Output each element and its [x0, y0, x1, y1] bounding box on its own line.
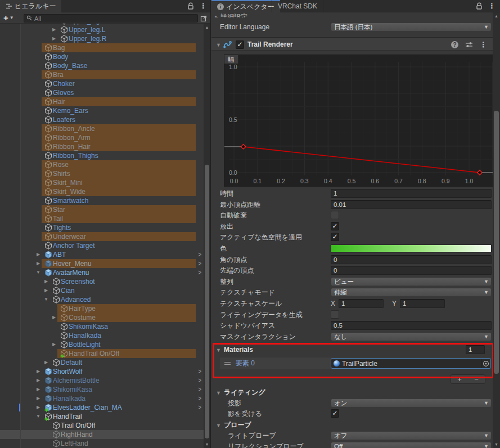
- foldout-arrow-icon[interactable]: ▼: [43, 296, 49, 304]
- foldout-arrow-icon[interactable]: ▶: [35, 251, 42, 259]
- property-checkbox[interactable]: [331, 211, 339, 219]
- trail-renderer-header[interactable]: ▼ ✓ Trail Renderer ? ⋮: [211, 38, 493, 51]
- hierarchy-row[interactable]: ▼Advanced: [0, 295, 204, 304]
- hierarchy-row[interactable]: Tights: [0, 223, 204, 232]
- hierarchy-row[interactable]: Bra: [0, 70, 204, 79]
- property-field[interactable]: 0.5: [331, 321, 492, 330]
- tab-vrchat-sdk[interactable]: VRChat SDK: [272, 0, 323, 12]
- foldout-arrow-icon[interactable]: ▼: [216, 390, 221, 396]
- hierarchy-row[interactable]: Skirt_Mini: [0, 178, 204, 187]
- inspector-menu-icon[interactable]: ⋮: [488, 2, 496, 10]
- hierarchy-row[interactable]: Gloves: [0, 88, 204, 97]
- hierarchy-row[interactable]: Bag: [0, 43, 204, 52]
- hierarchy-menu-icon[interactable]: ⋮: [200, 2, 207, 10]
- property-field[interactable]: 0: [331, 266, 492, 275]
- hierarchy-row[interactable]: HanaIkada: [0, 331, 204, 340]
- property-dropdown[interactable]: なし▼: [331, 332, 492, 341]
- materials-header[interactable]: ▼ Materials 1: [211, 345, 493, 355]
- hierarchy-row[interactable]: Ribbon_Thighs: [0, 151, 204, 160]
- foldout-arrow-icon[interactable]: ▼: [216, 423, 221, 428]
- property-checkbox[interactable]: ✓: [331, 222, 339, 230]
- hierarchy-scrollbar[interactable]: ▲ ▼: [204, 24, 210, 448]
- foldout-arrow-icon[interactable]: ▶: [35, 404, 42, 411]
- hierarchy-row[interactable]: ShikomiKasa: [0, 322, 204, 331]
- hierarchy-row[interactable]: Skirt_Wide: [0, 187, 204, 196]
- hierarchy-row[interactable]: Ribbon_Ancle: [0, 124, 204, 133]
- hierarchy-row[interactable]: ▶BottleLight: [0, 340, 204, 349]
- hierarchy-row[interactable]: ▶Upper_leg.L: [0, 25, 204, 34]
- hierarchy-row[interactable]: Underwear: [0, 232, 204, 241]
- foldout-arrow-icon[interactable]: ▶: [51, 24, 57, 25]
- component-menu-icon[interactable]: ⋮: [480, 40, 487, 49]
- materials-size-field[interactable]: 1: [466, 345, 485, 354]
- foldout-arrow-icon[interactable]: ▶: [35, 368, 42, 375]
- hierarchy-row[interactable]: Smartwatch: [0, 196, 204, 205]
- probes-header[interactable]: ▼ プローブ: [211, 420, 493, 429]
- hierarchy-row[interactable]: Trail On/Off: [0, 421, 204, 430]
- foldout-arrow-icon[interactable]: ▼: [35, 269, 42, 277]
- materials-element-row[interactable]: 要素 0 TrailParticle: [220, 358, 492, 369]
- hierarchy-row[interactable]: Hair: [0, 97, 204, 106]
- inspector-scrollbar[interactable]: ▲ ▼: [493, 12, 500, 448]
- hierarchy-row[interactable]: Tail: [0, 214, 204, 223]
- presets-icon[interactable]: [465, 41, 473, 48]
- hierarchy-row[interactable]: HairType: [0, 304, 204, 313]
- scroll-up-icon[interactable]: ▲: [204, 25, 210, 30]
- foldout-arrow-icon[interactable]: ▶: [51, 341, 57, 349]
- hierarchy-row[interactable]: Loafers: [0, 115, 204, 124]
- lighting-header[interactable]: ▼ ライティング: [211, 388, 493, 397]
- hierarchy-row[interactable]: Kemo_Ears: [0, 106, 204, 115]
- width-curve-editor[interactable]: 幅 1.00.50.00.00.10.20.30.40.50.60.70.80.…: [224, 55, 493, 187]
- open-search-window-icon[interactable]: [200, 14, 208, 22]
- add-element-button[interactable]: +: [451, 375, 468, 383]
- axis-field[interactable]: 1: [400, 299, 445, 308]
- axis-field[interactable]: 1: [339, 299, 384, 308]
- hierarchy-row[interactable]: Body_Base: [0, 61, 204, 70]
- remove-element-button[interactable]: −: [468, 375, 485, 383]
- help-icon[interactable]: ?: [451, 41, 458, 48]
- material-object-field[interactable]: TrailParticle: [331, 358, 491, 369]
- property-dropdown[interactable]: 伸縮▼: [331, 288, 492, 297]
- property-dropdown[interactable]: ビュー▼: [331, 277, 492, 286]
- hierarchy-row[interactable]: ▶HanaIkada>: [0, 394, 204, 403]
- property-field[interactable]: 0: [331, 255, 492, 264]
- object-picker-icon[interactable]: [481, 359, 490, 368]
- hierarchy-row[interactable]: Ribbon_Arm: [0, 133, 204, 142]
- drag-handle-icon[interactable]: [224, 362, 231, 365]
- hierarchy-row[interactable]: ▶ShikomiKasa>: [0, 385, 204, 394]
- property-dropdown[interactable]: Off▼: [331, 442, 492, 448]
- hierarchy-row[interactable]: Anchor Target: [0, 241, 204, 250]
- hierarchy-row[interactable]: ▶ElvesLadder_Cian_MA>: [0, 403, 204, 412]
- foldout-arrow-icon[interactable]: ▶: [43, 278, 49, 286]
- foldout-arrow-icon[interactable]: ▶: [43, 359, 49, 366]
- property-field[interactable]: 1: [331, 189, 492, 198]
- hierarchy-scrollbar-thumb[interactable]: [205, 165, 209, 438]
- foldout-arrow-icon[interactable]: ▼: [216, 347, 221, 353]
- hierarchy-row[interactable]: HandTrail On/Off: [0, 349, 204, 358]
- color-gradient-field[interactable]: [331, 245, 492, 252]
- hierarchy-row[interactable]: Rose: [0, 160, 204, 169]
- foldout-arrow-icon[interactable]: ▶: [35, 377, 42, 384]
- hierarchy-row[interactable]: Ribbon_Hair: [0, 142, 204, 151]
- scroll-down-icon[interactable]: ▼: [493, 442, 500, 447]
- hierarchy-row[interactable]: ▶Screenshot: [0, 277, 204, 286]
- foldout-arrow-icon[interactable]: ▶: [35, 395, 42, 402]
- foldout-arrow-icon[interactable]: ▶: [51, 35, 57, 43]
- property-dropdown[interactable]: オン▼: [331, 399, 492, 408]
- foldout-arrow-icon[interactable]: ▶: [35, 386, 42, 393]
- tab-inspector[interactable]: i インスペクター: [211, 0, 280, 12]
- hierarchy-row[interactable]: ▶Upper_leg.R: [0, 34, 204, 43]
- hierarchy-row[interactable]: ▶ShortWolf>: [0, 367, 204, 376]
- hierarchy-row[interactable]: LeftHand: [0, 439, 204, 448]
- hierarchy-row[interactable]: ▼AvatarMenu>: [0, 268, 204, 277]
- foldout-arrow-icon[interactable]: ▼: [216, 42, 221, 48]
- lock-icon[interactable]: [476, 2, 483, 10]
- property-checkbox[interactable]: ✓: [331, 233, 339, 241]
- hierarchy-row[interactable]: ▶Hover_Menu>: [0, 259, 204, 268]
- hierarchy-search-input[interactable]: All: [24, 14, 198, 22]
- foldout-arrow-icon[interactable]: ▶: [35, 260, 42, 268]
- hierarchy-row[interactable]: ▶ABT>: [0, 250, 204, 259]
- foldout-arrow-icon[interactable]: ▶: [51, 314, 57, 322]
- hierarchy-row[interactable]: Body: [0, 52, 204, 61]
- scroll-down-icon[interactable]: ▼: [204, 442, 210, 447]
